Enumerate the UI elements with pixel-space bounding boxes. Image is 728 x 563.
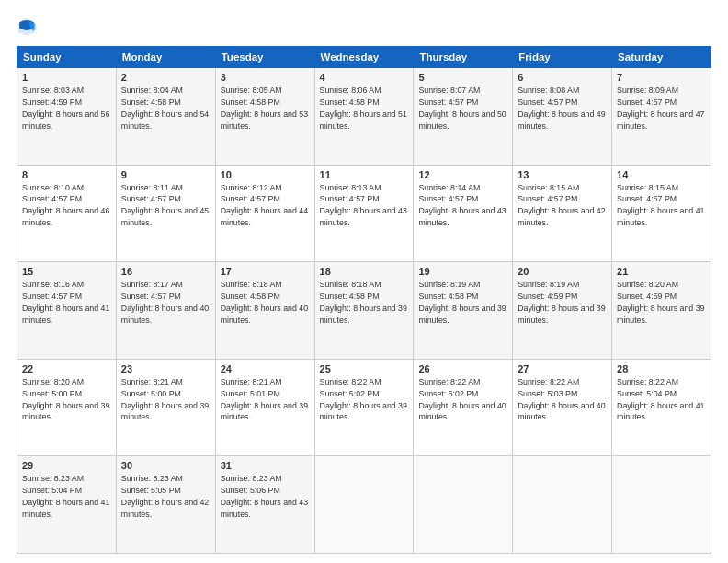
calendar-cell: 4 Sunrise: 8:06 AMSunset: 4:58 PMDayligh… — [314, 68, 414, 166]
day-info: Sunrise: 8:18 AMSunset: 4:58 PMDaylight:… — [221, 280, 308, 325]
logo-text — [17, 17, 40, 37]
day-number: 7 — [617, 72, 706, 83]
calendar-week-row: 22 Sunrise: 8:20 AMSunset: 5:00 PMDaylig… — [17, 359, 711, 456]
day-info: Sunrise: 8:03 AMSunset: 4:59 PMDaylight:… — [22, 86, 109, 131]
calendar-cell: 15 Sunrise: 8:16 AMSunset: 4:57 PMDaylig… — [17, 262, 117, 360]
day-info: Sunrise: 8:19 AMSunset: 4:59 PMDaylight:… — [518, 280, 605, 325]
calendar-cell: 27 Sunrise: 8:22 AMSunset: 5:03 PMDaylig… — [513, 359, 612, 456]
day-info: Sunrise: 8:22 AMSunset: 5:02 PMDaylight:… — [418, 377, 506, 422]
calendar-cell: 9 Sunrise: 8:11 AMSunset: 4:57 PMDayligh… — [116, 165, 215, 262]
day-number: 19 — [418, 266, 507, 277]
day-number: 17 — [221, 266, 310, 277]
day-number: 8 — [22, 169, 111, 180]
page: SundayMondayTuesdayWednesdayThursdayFrid… — [0, 0, 728, 563]
day-info: Sunrise: 8:20 AMSunset: 4:59 PMDaylight:… — [617, 280, 704, 325]
calendar-week-row: 29 Sunrise: 8:23 AMSunset: 5:04 PMDaylig… — [17, 456, 711, 554]
calendar-table: SundayMondayTuesdayWednesdayThursdayFrid… — [17, 46, 711, 554]
day-number: 27 — [518, 363, 607, 374]
weekday-header-row: SundayMondayTuesdayWednesdayThursdayFrid… — [17, 47, 711, 68]
calendar-cell: 29 Sunrise: 8:23 AMSunset: 5:04 PMDaylig… — [17, 456, 117, 554]
calendar-cell: 10 Sunrise: 8:12 AMSunset: 4:57 PMDaylig… — [215, 165, 314, 262]
calendar-cell: 26 Sunrise: 8:22 AMSunset: 5:02 PMDaylig… — [414, 359, 513, 456]
day-info: Sunrise: 8:14 AMSunset: 4:57 PMDaylight:… — [418, 183, 506, 228]
day-info: Sunrise: 8:13 AMSunset: 4:57 PMDaylight:… — [320, 183, 407, 228]
logo-area — [17, 17, 40, 37]
calendar-cell: 12 Sunrise: 8:14 AMSunset: 4:57 PMDaylig… — [414, 165, 513, 262]
day-info: Sunrise: 8:10 AMSunset: 4:57 PMDaylight:… — [22, 183, 109, 228]
day-info: Sunrise: 8:11 AMSunset: 4:57 PMDaylight:… — [121, 183, 209, 228]
calendar-cell: 17 Sunrise: 8:18 AMSunset: 4:58 PMDaylig… — [215, 262, 314, 360]
day-number: 18 — [320, 266, 409, 277]
day-number: 15 — [22, 266, 111, 277]
day-info: Sunrise: 8:22 AMSunset: 5:04 PMDaylight:… — [617, 377, 704, 422]
weekday-header: Wednesday — [314, 47, 414, 68]
day-info: Sunrise: 8:21 AMSunset: 5:00 PMDaylight:… — [121, 377, 209, 422]
day-number: 24 — [221, 363, 310, 374]
calendar-cell — [314, 456, 414, 554]
day-info: Sunrise: 8:22 AMSunset: 5:03 PMDaylight:… — [518, 377, 605, 422]
header — [17, 17, 711, 37]
calendar-cell: 11 Sunrise: 8:13 AMSunset: 4:57 PMDaylig… — [314, 165, 414, 262]
day-number: 31 — [221, 460, 310, 471]
day-info: Sunrise: 8:04 AMSunset: 4:58 PMDaylight:… — [121, 86, 209, 131]
day-number: 25 — [320, 363, 409, 374]
day-number: 16 — [121, 266, 210, 277]
day-info: Sunrise: 8:07 AMSunset: 4:57 PMDaylight:… — [418, 86, 506, 131]
weekday-header: Sunday — [17, 47, 117, 68]
calendar-week-row: 1 Sunrise: 8:03 AMSunset: 4:59 PMDayligh… — [17, 68, 711, 166]
calendar-cell: 30 Sunrise: 8:23 AMSunset: 5:05 PMDaylig… — [116, 456, 215, 554]
day-number: 6 — [518, 72, 607, 83]
day-info: Sunrise: 8:08 AMSunset: 4:57 PMDaylight:… — [518, 86, 605, 131]
calendar-cell — [414, 456, 513, 554]
day-number: 28 — [617, 363, 706, 374]
calendar-cell: 23 Sunrise: 8:21 AMSunset: 5:00 PMDaylig… — [116, 359, 215, 456]
calendar-cell: 31 Sunrise: 8:23 AMSunset: 5:06 PMDaylig… — [215, 456, 314, 554]
calendar-cell: 21 Sunrise: 8:20 AMSunset: 4:59 PMDaylig… — [612, 262, 711, 360]
calendar-cell: 3 Sunrise: 8:05 AMSunset: 4:58 PMDayligh… — [215, 68, 314, 166]
calendar-cell — [612, 456, 711, 554]
weekday-header: Saturday — [612, 47, 711, 68]
calendar-week-row: 15 Sunrise: 8:16 AMSunset: 4:57 PMDaylig… — [17, 262, 711, 360]
calendar-cell: 20 Sunrise: 8:19 AMSunset: 4:59 PMDaylig… — [513, 262, 612, 360]
day-number: 26 — [418, 363, 507, 374]
calendar-cell: 6 Sunrise: 8:08 AMSunset: 4:57 PMDayligh… — [513, 68, 612, 166]
calendar-cell: 13 Sunrise: 8:15 AMSunset: 4:57 PMDaylig… — [513, 165, 612, 262]
day-number: 23 — [121, 363, 210, 374]
day-info: Sunrise: 8:20 AMSunset: 5:00 PMDaylight:… — [22, 377, 109, 422]
weekday-header: Tuesday — [215, 47, 314, 68]
day-info: Sunrise: 8:12 AMSunset: 4:57 PMDaylight:… — [221, 183, 308, 228]
logo-icon — [17, 17, 37, 37]
day-number: 22 — [22, 363, 111, 374]
day-info: Sunrise: 8:22 AMSunset: 5:02 PMDaylight:… — [320, 377, 407, 422]
calendar-cell: 1 Sunrise: 8:03 AMSunset: 4:59 PMDayligh… — [17, 68, 117, 166]
day-number: 20 — [518, 266, 607, 277]
weekday-header: Thursday — [414, 47, 513, 68]
calendar-cell: 18 Sunrise: 8:18 AMSunset: 4:58 PMDaylig… — [314, 262, 414, 360]
day-number: 11 — [320, 169, 409, 180]
day-number: 12 — [418, 169, 507, 180]
day-number: 4 — [320, 72, 409, 83]
day-info: Sunrise: 8:09 AMSunset: 4:57 PMDaylight:… — [617, 86, 704, 131]
day-number: 9 — [121, 169, 210, 180]
day-info: Sunrise: 8:18 AMSunset: 4:58 PMDaylight:… — [320, 280, 407, 325]
calendar-cell: 22 Sunrise: 8:20 AMSunset: 5:00 PMDaylig… — [17, 359, 117, 456]
day-info: Sunrise: 8:15 AMSunset: 4:57 PMDaylight:… — [617, 183, 704, 228]
calendar-cell: 2 Sunrise: 8:04 AMSunset: 4:58 PMDayligh… — [116, 68, 215, 166]
day-number: 29 — [22, 460, 111, 471]
day-number: 5 — [418, 72, 507, 83]
day-info: Sunrise: 8:23 AMSunset: 5:06 PMDaylight:… — [221, 474, 308, 519]
day-info: Sunrise: 8:16 AMSunset: 4:57 PMDaylight:… — [22, 280, 109, 325]
day-number: 2 — [121, 72, 210, 83]
day-number: 3 — [221, 72, 310, 83]
day-info: Sunrise: 8:05 AMSunset: 4:58 PMDaylight:… — [221, 86, 308, 131]
calendar-cell: 25 Sunrise: 8:22 AMSunset: 5:02 PMDaylig… — [314, 359, 414, 456]
calendar-week-row: 8 Sunrise: 8:10 AMSunset: 4:57 PMDayligh… — [17, 165, 711, 262]
day-number: 30 — [121, 460, 210, 471]
day-number: 21 — [617, 266, 706, 277]
day-number: 14 — [617, 169, 706, 180]
calendar-cell: 14 Sunrise: 8:15 AMSunset: 4:57 PMDaylig… — [612, 165, 711, 262]
day-info: Sunrise: 8:23 AMSunset: 5:04 PMDaylight:… — [22, 474, 109, 519]
day-info: Sunrise: 8:21 AMSunset: 5:01 PMDaylight:… — [221, 377, 308, 422]
calendar-cell: 7 Sunrise: 8:09 AMSunset: 4:57 PMDayligh… — [612, 68, 711, 166]
day-number: 13 — [518, 169, 607, 180]
